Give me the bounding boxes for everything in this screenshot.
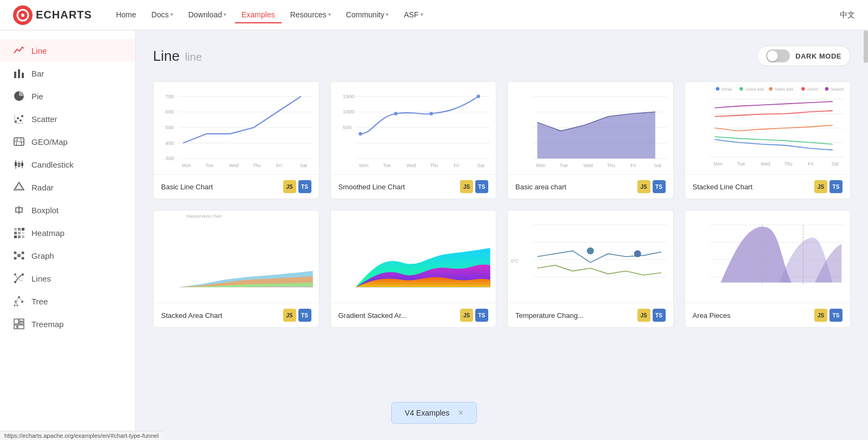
svg-text:300: 300	[165, 156, 174, 162]
badge-js: JS	[460, 309, 473, 322]
svg-text:Video Ads: Video Ads	[775, 87, 793, 92]
svg-line-53	[19, 297, 22, 302]
sidebar-label-bar: Bar	[31, 69, 44, 78]
svg-text:Mon: Mon	[713, 161, 723, 167]
svg-rect-34	[22, 235, 24, 238]
chart-name-stacked-line: Stacked Line Chart	[693, 183, 753, 191]
sidebar-label-tree: Tree	[31, 297, 48, 306]
toggle-thumb	[767, 50, 778, 61]
nav-docs[interactable]: Docs ▾	[145, 7, 180, 23]
svg-point-88	[394, 112, 398, 115]
chart-card-stacked-line[interactable]: Email Union Ads Video Ads Direct Search	[685, 81, 851, 199]
svg-text:Fri: Fri	[630, 163, 636, 168]
badge-ts: TS	[653, 309, 666, 322]
badge-js: JS	[283, 309, 296, 322]
badge-ts: TS	[298, 180, 311, 193]
badge-js: JS	[637, 309, 650, 322]
svg-rect-60	[18, 325, 24, 329]
svg-text:Sat: Sat	[831, 161, 839, 167]
svg-text:600: 600	[165, 109, 174, 115]
main-content: Line line DARK MODE 700 600	[136, 30, 868, 440]
sidebar-item-graph[interactable]: Graph	[0, 244, 135, 267]
layout: Line Bar Pie Scatter GEO	[0, 30, 868, 440]
chart-preview-gradient-area	[331, 211, 496, 303]
language-switch[interactable]: 中文	[840, 10, 855, 20]
nav-examples[interactable]: Examples	[235, 7, 281, 23]
toast-close-button[interactable]: ×	[458, 408, 463, 418]
svg-rect-78	[331, 82, 496, 174]
svg-text:500: 500	[165, 124, 174, 130]
svg-text:500: 500	[342, 124, 351, 130]
svg-text:700: 700	[165, 93, 174, 99]
svg-point-115	[769, 87, 773, 91]
nav-community[interactable]: Community ▾	[340, 7, 395, 23]
v4-examples-toast: V4 Examples ×	[391, 402, 477, 424]
toast-label: V4 Examples	[405, 409, 449, 417]
chart-name-area-pieces: Area Pieces	[693, 311, 731, 320]
svg-text:Sat: Sat	[477, 163, 484, 168]
chart-name-smoothed-line: Smoothed Line Chart	[339, 183, 405, 191]
geomap-icon	[13, 136, 25, 148]
chart-card-smoothed-line[interactable]: 1500 1000 500 Mon Tue Wed Thu Fri Sat	[330, 81, 497, 199]
svg-point-117	[801, 87, 805, 91]
chart-footer-temp-change: Temperature Chang... JS TS	[508, 303, 673, 327]
svg-rect-29	[14, 232, 17, 234]
tree-icon	[13, 295, 25, 307]
nav-asf[interactable]: ASF ▾	[397, 7, 429, 23]
svg-point-89	[429, 112, 433, 115]
sidebar-label-heatmap: Heatmap	[31, 228, 65, 238]
svg-text:Search: Search	[831, 87, 844, 92]
svg-text:Union Ads: Union Ads	[745, 87, 764, 92]
sidebar-item-treemap[interactable]: Treemap	[0, 313, 135, 335]
svg-rect-58	[20, 322, 24, 324]
sidebar-item-tree[interactable]: Tree	[0, 290, 135, 313]
sidebar-item-pie[interactable]: Pie	[0, 85, 135, 107]
sidebar-item-candlestick[interactable]: Candlestick	[0, 153, 135, 176]
dark-mode-control[interactable]: DARK MODE	[757, 46, 851, 66]
scrollbar[interactable]	[864, 30, 868, 63]
chart-card-area[interactable]: Mon Tue Wed Thu Fri Sat Basic area chart…	[507, 81, 674, 199]
sidebar-item-line[interactable]: Line	[0, 39, 135, 62]
sidebar-item-heatmap[interactable]: Heatmap	[0, 221, 135, 244]
badge-ts: TS	[653, 180, 666, 193]
sidebar-label-lines: Lines	[31, 274, 51, 283]
sidebar-item-scatter[interactable]: Scatter	[0, 107, 135, 130]
svg-point-8	[17, 117, 19, 119]
logo[interactable]: ECHARTS	[13, 5, 92, 25]
badge-ts: TS	[475, 309, 488, 322]
svg-text:0°C: 0°C	[510, 258, 519, 264]
badge-js: JS	[814, 180, 827, 193]
chart-name-gradient-area: Gradient Stacked Ar...	[339, 311, 407, 320]
chart-preview-smoothed-line: 1500 1000 500 Mon Tue Wed Thu Fri Sat	[331, 82, 496, 174]
sidebar-item-boxplot[interactable]: Boxplot	[0, 199, 135, 221]
sidebar-label-geomap: GEO/Map	[31, 137, 68, 146]
chart-card-stacked-area[interactable]: Stacked Area Chart Stacked Area Chart JS…	[153, 210, 320, 328]
chart-card-basic-line[interactable]: 700 600 500 400 300 Mon	[153, 81, 320, 199]
page-subtitle: line	[185, 51, 202, 63]
svg-point-144	[587, 247, 594, 254]
svg-point-87	[359, 132, 362, 135]
nav-home[interactable]: Home	[110, 7, 143, 23]
nav-download[interactable]: Download ▾	[182, 7, 233, 23]
svg-text:Mon: Mon	[359, 163, 368, 168]
sidebar-item-lines[interactable]: Lines	[0, 267, 135, 290]
chart-card-temp-change[interactable]: 0°C Temperature Chang... JS TS	[507, 210, 674, 328]
sidebar-item-radar[interactable]: Radar	[0, 176, 135, 199]
chart-preview-area-pieces	[685, 211, 851, 303]
sidebar-item-bar[interactable]: Bar	[0, 62, 135, 85]
dark-mode-toggle[interactable]	[766, 49, 790, 62]
svg-text:Direct: Direct	[807, 87, 819, 92]
chart-card-area-pieces[interactable]: Area Pieces JS TS	[685, 210, 851, 328]
boxplot-icon	[13, 204, 25, 216]
chart-card-gradient-area[interactable]: Gradient Stacked Ar... JS TS	[330, 210, 497, 328]
svg-rect-132	[154, 211, 319, 303]
svg-text:Fri: Fri	[808, 161, 813, 167]
svg-point-113	[739, 87, 743, 91]
svg-text:Mon: Mon	[536, 163, 545, 168]
svg-rect-57	[20, 319, 24, 321]
nav-resources[interactable]: Resources ▾	[284, 7, 337, 23]
svg-rect-30	[18, 232, 21, 234]
sidebar-item-geomap[interactable]: GEO/Map	[0, 130, 135, 153]
resources-chevron: ▾	[328, 11, 331, 17]
chart-badges-area: JS TS	[637, 180, 666, 193]
